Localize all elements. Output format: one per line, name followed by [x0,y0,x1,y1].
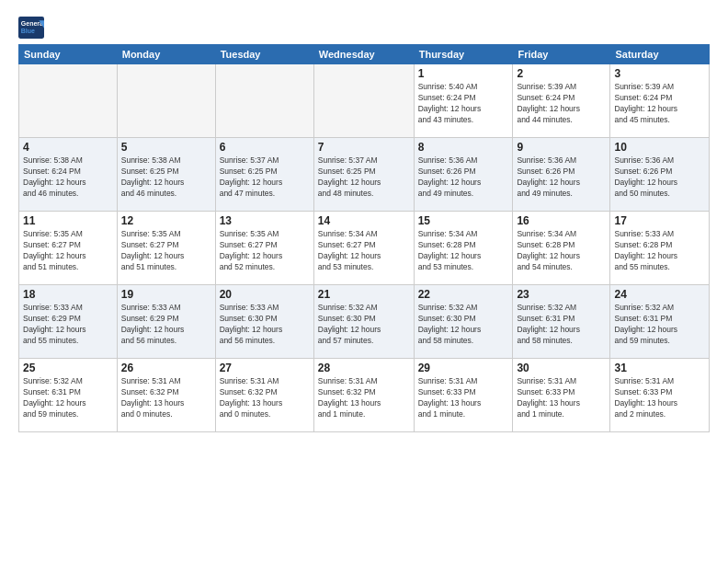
day-info: Sunrise: 5:33 AMSunset: 6:28 PMDaylight:… [614,229,705,273]
day-info: Sunrise: 5:32 AMSunset: 6:30 PMDaylight:… [318,303,410,347]
day-info: Sunrise: 5:34 AMSunset: 6:28 PMDaylight:… [517,229,606,273]
calendar-cell [313,64,414,138]
calendar-cell [19,64,118,138]
day-info: Sunrise: 5:36 AMSunset: 6:26 PMDaylight:… [614,155,705,200]
day-info: Sunrise: 5:37 AMSunset: 6:25 PMDaylight:… [220,155,310,200]
weekday-sunday: Sunday [19,45,118,64]
calendar-cell: 17Sunrise: 5:33 AMSunset: 6:28 PMDayligh… [610,212,710,285]
day-number: 20 [220,288,310,301]
day-info: Sunrise: 5:32 AMSunset: 6:31 PMDaylight:… [614,303,705,347]
calendar-cell: 16Sunrise: 5:34 AMSunset: 6:28 PMDayligh… [513,212,610,285]
day-number: 10 [614,141,705,154]
day-number: 24 [614,288,705,301]
day-number: 11 [23,214,113,227]
calendar-cell: 3Sunrise: 5:39 AMSunset: 6:24 PMDaylight… [610,64,710,138]
calendar-cell: 7Sunrise: 5:37 AMSunset: 6:25 PMDaylight… [313,138,414,212]
day-number: 22 [418,288,509,301]
day-number: 19 [121,288,211,301]
calendar-cell: 9Sunrise: 5:36 AMSunset: 6:26 PMDaylight… [513,138,610,212]
day-info: Sunrise: 5:37 AMSunset: 6:25 PMDaylight:… [318,155,410,200]
svg-text:Blue: Blue [21,28,35,34]
day-info: Sunrise: 5:38 AMSunset: 6:25 PMDaylight:… [121,155,211,200]
calendar-cell: 14Sunrise: 5:34 AMSunset: 6:27 PMDayligh… [313,212,414,285]
calendar: SundayMondayTuesdayWednesdayThursdayFrid… [18,44,710,432]
day-info: Sunrise: 5:39 AMSunset: 6:24 PMDaylight:… [517,82,606,126]
day-number: 16 [517,214,606,227]
day-info: Sunrise: 5:31 AMSunset: 6:33 PMDaylight:… [517,376,606,420]
day-info: Sunrise: 5:31 AMSunset: 6:32 PMDaylight:… [121,376,211,420]
day-info: Sunrise: 5:32 AMSunset: 6:31 PMDaylight:… [23,376,113,420]
week-row-1: 1Sunrise: 5:40 AMSunset: 6:24 PMDaylight… [19,64,710,138]
day-number: 30 [517,362,606,374]
calendar-cell: 31Sunrise: 5:31 AMSunset: 6:33 PMDayligh… [610,359,710,432]
day-info: Sunrise: 5:34 AMSunset: 6:28 PMDaylight:… [418,229,509,273]
day-info: Sunrise: 5:35 AMSunset: 6:27 PMDaylight:… [23,229,113,273]
calendar-cell: 11Sunrise: 5:35 AMSunset: 6:27 PMDayligh… [19,212,118,285]
day-info: Sunrise: 5:35 AMSunset: 6:27 PMDaylight:… [121,229,211,273]
day-info: Sunrise: 5:36 AMSunset: 6:26 PMDaylight:… [517,155,606,200]
day-info: Sunrise: 5:31 AMSunset: 6:32 PMDaylight:… [220,376,310,420]
day-number: 31 [614,362,705,374]
calendar-cell: 19Sunrise: 5:33 AMSunset: 6:29 PMDayligh… [117,285,215,359]
calendar-cell: 1Sunrise: 5:40 AMSunset: 6:24 PMDaylight… [414,64,513,138]
calendar-cell: 24Sunrise: 5:32 AMSunset: 6:31 PMDayligh… [610,285,710,359]
day-number: 26 [121,362,211,374]
calendar-cell: 23Sunrise: 5:32 AMSunset: 6:31 PMDayligh… [513,285,610,359]
calendar-cell: 20Sunrise: 5:33 AMSunset: 6:30 PMDayligh… [215,285,313,359]
calendar-cell: 12Sunrise: 5:35 AMSunset: 6:27 PMDayligh… [117,212,215,285]
day-number: 17 [614,214,705,227]
calendar-cell: 18Sunrise: 5:33 AMSunset: 6:29 PMDayligh… [19,285,118,359]
weekday-thursday: Thursday [414,45,513,64]
day-info: Sunrise: 5:34 AMSunset: 6:27 PMDaylight:… [318,229,410,273]
calendar-cell: 28Sunrise: 5:31 AMSunset: 6:32 PMDayligh… [313,359,414,432]
calendar-cell: 22Sunrise: 5:32 AMSunset: 6:30 PMDayligh… [414,285,513,359]
calendar-cell: 13Sunrise: 5:35 AMSunset: 6:27 PMDayligh… [215,212,313,285]
day-info: Sunrise: 5:33 AMSunset: 6:30 PMDaylight:… [220,303,310,347]
week-row-2: 4Sunrise: 5:38 AMSunset: 6:24 PMDaylight… [19,138,710,212]
calendar-cell [215,64,313,138]
calendar-cell [117,64,215,138]
day-info: Sunrise: 5:35 AMSunset: 6:27 PMDaylight:… [220,229,310,273]
day-number: 14 [318,214,410,227]
weekday-tuesday: Tuesday [215,45,313,64]
day-info: Sunrise: 5:31 AMSunset: 6:33 PMDaylight:… [418,376,509,420]
day-info: Sunrise: 5:33 AMSunset: 6:29 PMDaylight:… [23,303,113,347]
day-info: Sunrise: 5:32 AMSunset: 6:30 PMDaylight:… [418,303,509,347]
day-info: Sunrise: 5:40 AMSunset: 6:24 PMDaylight:… [418,82,509,126]
week-row-5: 25Sunrise: 5:32 AMSunset: 6:31 PMDayligh… [19,359,710,432]
day-number: 29 [418,362,509,374]
day-info: Sunrise: 5:36 AMSunset: 6:26 PMDaylight:… [418,155,509,200]
day-number: 21 [318,288,410,301]
calendar-cell: 6Sunrise: 5:37 AMSunset: 6:25 PMDaylight… [215,138,313,212]
weekday-header-row: SundayMondayTuesdayWednesdayThursdayFrid… [19,45,710,64]
day-number: 4 [23,141,113,154]
day-info: Sunrise: 5:39 AMSunset: 6:24 PMDaylight:… [614,82,705,126]
day-info: Sunrise: 5:38 AMSunset: 6:24 PMDaylight:… [23,155,113,200]
logo: General Blue [18,17,46,39]
day-number: 27 [220,362,310,374]
day-number: 28 [318,362,410,374]
day-number: 12 [121,214,211,227]
day-number: 25 [23,362,113,374]
day-number: 2 [517,67,606,80]
calendar-cell: 21Sunrise: 5:32 AMSunset: 6:30 PMDayligh… [313,285,414,359]
calendar-cell: 8Sunrise: 5:36 AMSunset: 6:26 PMDaylight… [414,138,513,212]
day-info: Sunrise: 5:31 AMSunset: 6:32 PMDaylight:… [318,376,410,420]
day-number: 23 [517,288,606,301]
calendar-cell: 25Sunrise: 5:32 AMSunset: 6:31 PMDayligh… [19,359,118,432]
day-number: 1 [418,67,509,80]
weekday-wednesday: Wednesday [313,45,414,64]
weekday-saturday: Saturday [610,45,710,64]
weekday-monday: Monday [117,45,215,64]
calendar-cell: 2Sunrise: 5:39 AMSunset: 6:24 PMDaylight… [513,64,610,138]
day-info: Sunrise: 5:33 AMSunset: 6:29 PMDaylight:… [121,303,211,347]
logo-icon: General Blue [18,17,44,39]
calendar-cell: 27Sunrise: 5:31 AMSunset: 6:32 PMDayligh… [215,359,313,432]
day-info: Sunrise: 5:31 AMSunset: 6:33 PMDaylight:… [614,376,705,420]
calendar-cell: 29Sunrise: 5:31 AMSunset: 6:33 PMDayligh… [414,359,513,432]
day-number: 18 [23,288,113,301]
week-row-3: 11Sunrise: 5:35 AMSunset: 6:27 PMDayligh… [19,212,710,285]
calendar-cell: 5Sunrise: 5:38 AMSunset: 6:25 PMDaylight… [117,138,215,212]
weekday-friday: Friday [513,45,610,64]
header: General Blue [18,17,710,39]
